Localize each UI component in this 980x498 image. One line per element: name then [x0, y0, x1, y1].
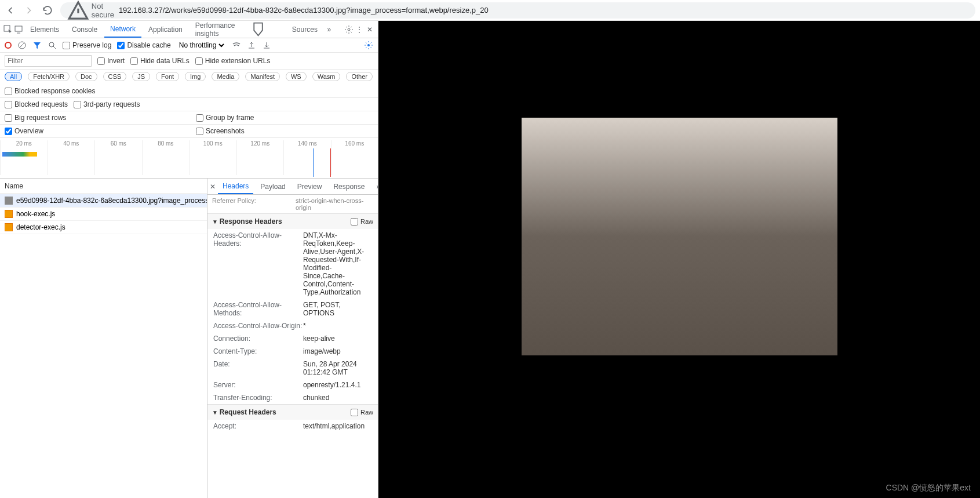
raw-checkbox[interactable]: Raw	[351, 409, 373, 416]
blocked-cookies-checkbox[interactable]: Blocked response cookies	[5, 87, 95, 95]
settings-icon[interactable]	[344, 25, 354, 34]
header-value: openresty/1.21.4.1	[303, 381, 372, 389]
header-key: Content-Type:	[213, 347, 303, 355]
filter-media[interactable]: Media	[212, 72, 239, 81]
back-button[interactable]	[5, 5, 16, 16]
header-key: Access-Control-Allow-Headers:	[213, 231, 303, 248]
tab-payload[interactable]: Payload	[256, 179, 290, 194]
screenshots-checkbox[interactable]: Screenshots	[196, 127, 245, 135]
header-value: chunked	[303, 394, 372, 402]
upload-icon[interactable]	[247, 41, 256, 50]
reload-button[interactable]	[42, 5, 53, 16]
filter-css[interactable]: CSS	[103, 72, 127, 81]
svg-point-7	[49, 42, 54, 47]
hide-ext-urls-checkbox[interactable]: Hide extension URLs	[195, 57, 271, 65]
more-tabs-icon[interactable]: »	[325, 25, 334, 34]
filter-manifest[interactable]: Manifest	[245, 72, 280, 81]
header-row: Access-Control-Allow-Methods:GET, POST, …	[207, 299, 378, 319]
request-name: e59d0998-12df-4bba-832c-6a8ecda13300.jpg…	[16, 197, 207, 205]
header-key: Server:	[213, 381, 303, 389]
header-row: Transfer-Encoding:chunked	[207, 391, 378, 404]
filter-other[interactable]: Other	[346, 72, 373, 81]
header-row: Connection:keep-alive	[207, 332, 378, 345]
close-devtools-icon[interactable]: ✕	[365, 25, 374, 34]
request-item[interactable]: e59d0998-12df-4bba-832c-6a8ecda13300.jpg…	[0, 194, 207, 208]
image-viewer: CSDN @愤怒的苹果ext	[378, 21, 980, 498]
tab-elements[interactable]: Elements	[24, 21, 65, 38]
hide-data-urls-checkbox[interactable]: Hide data URLs	[130, 57, 190, 65]
filter-ws[interactable]: WS	[286, 72, 307, 81]
filter-wasm[interactable]: Wasm	[312, 72, 341, 81]
response-headers-section[interactable]: Response Headers Raw	[207, 213, 378, 229]
clear-icon[interactable]	[17, 41, 27, 50]
tab-response[interactable]: Response	[329, 179, 369, 194]
tab-sources[interactable]: Sources	[286, 21, 323, 38]
kebab-icon[interactable]: ⋮	[355, 25, 364, 34]
request-item[interactable]: detector-exec.js	[0, 221, 207, 234]
js-icon	[5, 223, 13, 231]
search-icon[interactable]	[48, 41, 57, 50]
record-button[interactable]	[5, 42, 12, 49]
referrer-value: strict-origin-when-cross-origin	[296, 197, 373, 211]
waterfall-overview[interactable]: 20 ms 40 ms 60 ms 80 ms 100 ms 120 ms 14…	[0, 138, 378, 179]
throttling-select[interactable]: No throttling	[177, 41, 226, 50]
request-name: detector-exec.js	[16, 223, 65, 231]
tab-network[interactable]: Network	[104, 21, 141, 38]
raw-checkbox[interactable]: Raw	[351, 218, 373, 226]
tab-performance[interactable]: Performance insights	[190, 21, 285, 38]
filter-doc[interactable]: Doc	[75, 72, 97, 81]
request-list: Name e59d0998-12df-4bba-832c-6a8ecda1330…	[0, 179, 207, 498]
wifi-icon[interactable]	[232, 41, 241, 50]
header-value: text/html,application	[303, 422, 372, 430]
blocked-requests-checkbox[interactable]: Blocked requests	[5, 100, 68, 108]
filter-js[interactable]: JS	[132, 72, 150, 81]
inspect-icon[interactable]	[3, 25, 13, 34]
view-options-row: Big request rows Group by frame	[0, 111, 378, 125]
tab-console[interactable]: Console	[66, 21, 103, 38]
svg-line-6	[20, 43, 24, 48]
tab-application[interactable]: Application	[143, 21, 188, 38]
download-icon[interactable]	[262, 41, 271, 50]
displayed-image	[522, 118, 837, 355]
group-frame-checkbox[interactable]: Group by frame	[196, 114, 254, 122]
preserve-log-checkbox[interactable]: Preserve log	[63, 41, 111, 49]
request-name: hook-exec.js	[16, 210, 55, 218]
header-key: Date:	[213, 360, 303, 368]
name-column-header[interactable]: Name	[0, 179, 207, 194]
header-key: Access-Control-Allow-Origin:	[213, 322, 303, 330]
detail-body[interactable]: Referrer Policy: strict-origin-when-cros…	[207, 195, 378, 498]
load-line	[330, 148, 331, 177]
filter-toggle-icon[interactable]	[32, 41, 42, 50]
invert-checkbox[interactable]: Invert	[97, 57, 125, 65]
tick: 80 ms	[142, 140, 190, 175]
filter-img[interactable]: Img	[185, 72, 206, 81]
image-icon	[5, 197, 13, 205]
filter-font[interactable]: Font	[156, 72, 179, 81]
tab-preview[interactable]: Preview	[293, 179, 327, 194]
filter-all[interactable]: All	[5, 72, 22, 81]
request-headers-section[interactable]: Request Headers Raw	[207, 404, 378, 420]
watermark: CSDN @愤怒的苹果ext	[886, 483, 971, 493]
device-icon[interactable]	[14, 25, 23, 34]
disable-cache-checkbox[interactable]: Disable cache	[117, 41, 170, 49]
network-settings-icon[interactable]	[364, 41, 373, 50]
filter-fetch[interactable]: Fetch/XHR	[28, 72, 70, 81]
view-options-row2: Overview Screenshots	[0, 125, 378, 138]
header-key: Connection:	[213, 335, 303, 343]
more-detail-tabs[interactable]: »	[371, 179, 378, 194]
forward-button[interactable]	[23, 5, 35, 16]
header-row: Accept: text/html,application	[207, 420, 378, 432]
close-detail-icon[interactable]: ✕	[210, 183, 216, 191]
filter-input[interactable]	[5, 55, 92, 67]
third-party-checkbox[interactable]: 3rd-party requests	[74, 100, 140, 108]
request-item[interactable]: hook-exec.js	[0, 208, 207, 221]
address-bar[interactable]: Not secure 192.168.3.27/2/works/e59d0998…	[60, 2, 975, 19]
overview-checkbox[interactable]: Overview	[5, 127, 190, 135]
browser-toolbar: Not secure 192.168.3.27/2/works/e59d0998…	[0, 0, 980, 21]
header-key: Access-Control-Allow-Methods:	[213, 301, 303, 317]
filter-row: Invert Hide data URLs Hide extension URL…	[0, 53, 378, 70]
svg-rect-2	[15, 26, 22, 31]
big-rows-checkbox[interactable]: Big request rows	[5, 114, 190, 122]
tab-headers[interactable]: Headers	[218, 179, 253, 194]
waterfall-bar	[2, 152, 37, 157]
